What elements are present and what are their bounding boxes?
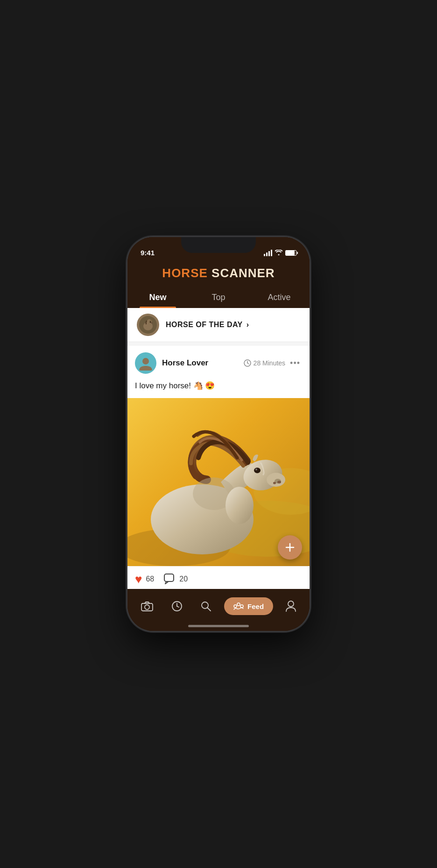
phone-notch: [181, 237, 256, 253]
tabs-container: New Top Active: [127, 287, 310, 308]
status-time: 9:41: [141, 249, 155, 257]
svg-point-21: [254, 468, 261, 473]
user-avatar: [135, 352, 156, 374]
camera-icon: [141, 601, 153, 611]
post-actions: ♥ 68 20: [127, 566, 310, 589]
post-image: [127, 398, 310, 566]
svg-point-35: [234, 605, 237, 608]
nav-camera[interactable]: [135, 597, 159, 615]
clock-icon: [171, 601, 183, 612]
svg-point-37: [240, 605, 243, 608]
create-post-button[interactable]: [278, 535, 302, 560]
like-button[interactable]: ♥ 68: [135, 572, 154, 587]
svg-point-22: [255, 469, 257, 470]
feed-icon: [233, 602, 244, 610]
hotd-avatar: [137, 314, 159, 336]
horse-of-day-banner[interactable]: HORSE OF THE DAY ›: [127, 308, 310, 342]
signal-icon: [264, 250, 272, 256]
phone-frame: 9:41: [127, 237, 310, 631]
profile-icon: [286, 600, 296, 612]
app-title: HORSE SCANNER: [127, 266, 310, 280]
post-header: Horse Lover 28 Minutes •••: [127, 346, 310, 380]
comments-count: 20: [179, 575, 188, 583]
more-options-button[interactable]: •••: [288, 358, 302, 368]
tab-new[interactable]: New: [127, 287, 188, 308]
chevron-right-icon: ›: [247, 321, 249, 329]
heart-icon: ♥: [135, 572, 142, 587]
svg-rect-27: [164, 574, 174, 581]
post-card: Horse Lover 28 Minutes •••: [127, 346, 310, 589]
nav-feed-button[interactable]: Feed: [224, 597, 273, 615]
tab-active[interactable]: Active: [249, 287, 310, 308]
svg-point-38: [288, 601, 294, 607]
post-time: 28 Minutes: [244, 359, 285, 367]
search-icon: [200, 601, 211, 612]
svg-point-7: [142, 358, 149, 364]
svg-point-24: [226, 487, 254, 524]
post-meta: 28 Minutes •••: [244, 358, 302, 368]
svg-point-29: [145, 605, 149, 609]
svg-point-20: [273, 482, 276, 484]
nav-profile[interactable]: [280, 596, 302, 616]
status-icons: [264, 249, 296, 257]
svg-line-34: [208, 608, 211, 611]
app-title-scanner: SCANNER: [208, 266, 275, 280]
svg-line-32: [177, 606, 179, 607]
comment-button[interactable]: 20: [163, 573, 188, 585]
wifi-icon: [275, 249, 282, 257]
post-caption: I love my horse! 🐴 😍: [127, 380, 310, 398]
nav-search[interactable]: [195, 597, 217, 616]
feed-label: Feed: [247, 602, 264, 610]
svg-point-36: [237, 603, 240, 606]
svg-point-5: [151, 322, 153, 323]
scrollable-content: HORSE OF THE DAY › Horse Lover: [127, 308, 310, 589]
username: Horse Lover: [162, 358, 208, 368]
app-header: HORSE SCANNER New Top Active: [127, 260, 310, 308]
app-title-horse: HORSE: [162, 266, 207, 280]
tab-top[interactable]: Top: [188, 287, 249, 308]
likes-count: 68: [146, 575, 154, 583]
comment-icon: [163, 573, 176, 585]
svg-line-10: [247, 363, 249, 364]
svg-point-4: [150, 322, 151, 322]
home-indicator: [188, 625, 249, 627]
time-text: 28 Minutes: [254, 359, 285, 367]
svg-point-19: [277, 481, 281, 483]
battery-icon: [285, 250, 296, 256]
nav-history[interactable]: [166, 597, 188, 616]
hotd-title: HORSE OF THE DAY ›: [166, 321, 249, 329]
